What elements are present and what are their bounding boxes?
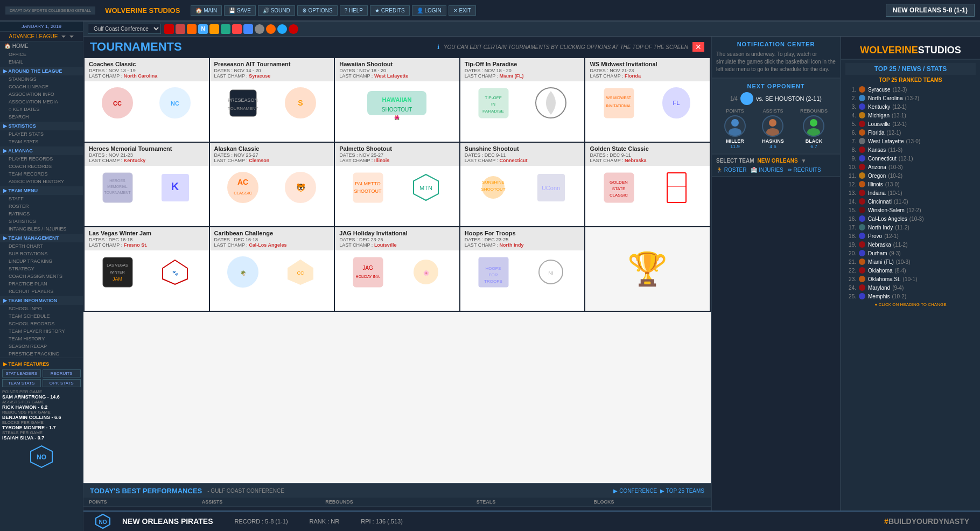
sidebar-item-office[interactable]: OFFICE [0, 51, 83, 58]
stat-leaders-button[interactable]: STAT LEADERS [2, 369, 41, 378]
tournament-card-las-vegas[interactable]: Las Vegas Winter Jam DATES : DEC 16-18 L… [85, 227, 209, 311]
tournament-card-hawaiian[interactable]: Hawaiian Shootout DATES : NOV 18 - 20 LA… [335, 58, 459, 142]
exit-button[interactable]: ✕ EXIT [449, 5, 476, 16]
top25-team-logo [858, 241, 866, 248]
tournament-card-caribbean[interactable]: Caribbean Challenge DATES : DEC 16-18 LA… [210, 227, 334, 311]
sidebar-item-statistics[interactable]: STATISTICS [0, 218, 83, 225]
nos-rebounds-label: REBOUNDS [800, 108, 828, 114]
team-icon-7[interactable] [232, 24, 242, 34]
sidebar-item-key-dates[interactable]: ○ KEY DATES [0, 106, 83, 113]
tournament-card-tipoff[interactable]: Tip-Off In Paradise DATES : NOV 18 - 20 … [460, 58, 585, 142]
select-team-name[interactable]: NEW ORLEANS [758, 158, 798, 164]
sidebar-item-school-records[interactable]: SCHOOL RECORDS [0, 320, 83, 327]
roster-link[interactable]: 🏃 ROSTER [716, 167, 746, 173]
tournament-card-preseason-ait[interactable]: Preseason AIT Tournament DATES : NOV 14 … [210, 58, 334, 142]
sidebar-item-team-player-history[interactable]: TEAM PLAYER HISTORY [0, 327, 83, 335]
select-team-dropdown[interactable]: ▼ [801, 158, 807, 164]
sidebar-item-intangibles[interactable]: INTANGIBLES / INJURIES [0, 225, 83, 233]
team-icon-1[interactable] [164, 24, 174, 34]
tournament-card-sunshine[interactable]: Sunshine Shootout DATES : DEC 9-11 LAST … [460, 143, 585, 226]
sidebar-item-email[interactable]: EMAIL [0, 58, 83, 66]
top25-rank: 6. [846, 130, 856, 136]
team-icon-3[interactable] [187, 24, 197, 34]
team-icon-2[interactable] [176, 24, 185, 34]
sidebar-item-player-stats[interactable]: PLAYER STATS [0, 130, 83, 138]
tournament-card-alaskan[interactable]: Alaskan Classic DATES : NOV 25-27 LAST C… [210, 143, 334, 226]
team-icon-8[interactable] [243, 24, 253, 34]
sidebar-item-team-stats[interactable]: TEAM STATS [0, 138, 83, 145]
sidebar-item-roster[interactable]: ROSTER [0, 202, 83, 210]
sidebar-item-depth-chart[interactable]: DEPTH CHART [0, 242, 83, 250]
tournament-card-coaches-classic[interactable]: Coaches Classic DATES : NOV 13 - 19 LAST… [85, 58, 209, 142]
sidebar-item-school-info[interactable]: SCHOOL INFO [0, 305, 83, 312]
svg-text:PALMETTO: PALMETTO [355, 181, 381, 186]
sidebar-item-ratings[interactable]: RATINGS [0, 210, 83, 218]
notification-center: NOTIFICATION CENTER The season is underw… [712, 37, 840, 79]
sidebar-item-strategy[interactable]: STRATEGY [0, 265, 83, 273]
team-icon-5[interactable] [209, 24, 219, 34]
svg-text:JAM: JAM [113, 276, 122, 282]
team-icon-10[interactable] [266, 24, 276, 34]
top25-item: 1. Syracuse (12-3) [845, 85, 976, 94]
credits-button[interactable]: ★ CREDITS [370, 5, 410, 16]
team-icon-9[interactable] [255, 24, 264, 34]
tournament-card-heroes[interactable]: Heroes Memorial Tournament DATES : NOV 2… [85, 143, 209, 226]
sidebar-item-coach-lineage[interactable]: COACH LINEAGE [0, 83, 83, 90]
sidebar-item-season-recap[interactable]: SEASON RECAP [0, 343, 83, 350]
options-button[interactable]: ⚙ OPTIONS [297, 5, 338, 16]
team-icon-4[interactable]: N [198, 24, 208, 34]
top25-tab[interactable]: ▶ TOP 25 TEAMS [660, 488, 704, 494]
tournament-card-jag[interactable]: JAG Holiday Invitational DATES : DEC 23-… [335, 227, 459, 311]
injuries-link[interactable]: 🏥 INJURIES [751, 167, 783, 173]
sidebar-item-coach-assignments[interactable]: COACH ASSIGNMENTS [0, 273, 83, 280]
tournaments-close-button[interactable]: ✕ [692, 42, 704, 52]
sidebar-item-association-info[interactable]: ASSOCIATION INFO [0, 90, 83, 98]
sidebar-item-recruit-players[interactable]: RECRUIT PLAYERS [0, 288, 83, 295]
sound-button[interactable]: 🔊 SOUND [258, 5, 295, 16]
sidebar-item-team-schedule[interactable]: TEAM SCHEDULE [0, 312, 83, 320]
svg-text:🌸: 🌸 [423, 270, 429, 276]
black-photo [803, 115, 824, 137]
top25-team-name: Syracuse [868, 87, 891, 93]
tournament-card-palmetto[interactable]: Palmetto Shootout DATES : NOV 25-27 LAST… [335, 143, 459, 226]
sidebar-item-player-records[interactable]: PLAYER RECORDS [0, 155, 83, 163]
sidebar-item-standings[interactable]: STANDINGS [0, 75, 83, 83]
recruits-button[interactable]: RECRUITS [43, 369, 81, 378]
top25-section-title[interactable]: TOP 25 / NEWS / STATS [845, 63, 976, 75]
team-stats-button[interactable]: TEAM STATS [2, 379, 41, 387]
sidebar-item-staff[interactable]: STAFF [0, 195, 83, 202]
team-icon-11[interactable] [277, 24, 287, 34]
top25-click-hint[interactable]: ● CLICK ON HEADING TO CHANGE [845, 301, 976, 309]
svg-point-99 [859, 258, 865, 265]
tournament-card-hoops[interactable]: Hoops For Troops DATES : DEC 23-25 LAST … [460, 227, 585, 311]
conference-select[interactable]: Gulf Coast Conference [88, 24, 161, 34]
recruits-link[interactable]: ✏ RECRUITS [788, 167, 821, 173]
sidebar-item-team-history[interactable]: TEAM HISTORY [0, 335, 83, 343]
sidebar-item-practice-plan[interactable]: PRACTICE PLAN [0, 280, 83, 288]
opp-stats-button[interactable]: OPP. STATS [43, 379, 81, 387]
sidebar-item-prestige[interactable]: PRESTIGE TRACKING [0, 350, 83, 358]
conference-tab[interactable]: ▶ CONFERENCE [613, 488, 657, 494]
sidebar-item-association-history[interactable]: ASSOCIATION HISTORY [0, 178, 83, 185]
top25-team-record: (11-2) [895, 225, 909, 230]
save-button[interactable]: 💾 SAVE [224, 5, 256, 16]
tournament-card-golden-state[interactable]: Golden State Classic DATES : DEC 9-11 LA… [585, 143, 710, 226]
sidebar-item-sub-rotations[interactable]: SUB ROTATIONS [0, 250, 83, 257]
top25-team-record: (12-2) [907, 207, 921, 213]
team-icon-6[interactable] [221, 24, 230, 34]
team-icon-12[interactable] [289, 24, 298, 34]
login-button[interactable]: 👤 LOGIN [412, 5, 446, 16]
sidebar-item-lineup-tracking[interactable]: LINEUP TRACKING [0, 257, 83, 265]
sidebar-item-search[interactable]: SEARCH [0, 113, 83, 121]
main-button[interactable]: 🏠 MAIN [191, 5, 222, 16]
tournament-card-midwest[interactable]: WS Midwest Invitational DATES : NOV 21-2… [585, 58, 710, 142]
sidebar-item-association-media[interactable]: ASSOCIATION MEDIA [0, 98, 83, 106]
svg-text:FL: FL [673, 100, 680, 106]
sidebar-item-coach-records[interactable]: COACH RECORDS [0, 163, 83, 170]
sidebar-item-home[interactable]: 🏠 HOME [0, 41, 83, 51]
help-button[interactable]: ? HELP [340, 5, 368, 16]
tc-logos: CC NC [85, 81, 209, 125]
tc-dates-12: DATES : DEC 16-18 [214, 237, 330, 242]
sidebar-item-team-records[interactable]: TEAM RECORDS [0, 170, 83, 178]
top25-item: 3. Kentucky (12-1) [845, 102, 976, 111]
